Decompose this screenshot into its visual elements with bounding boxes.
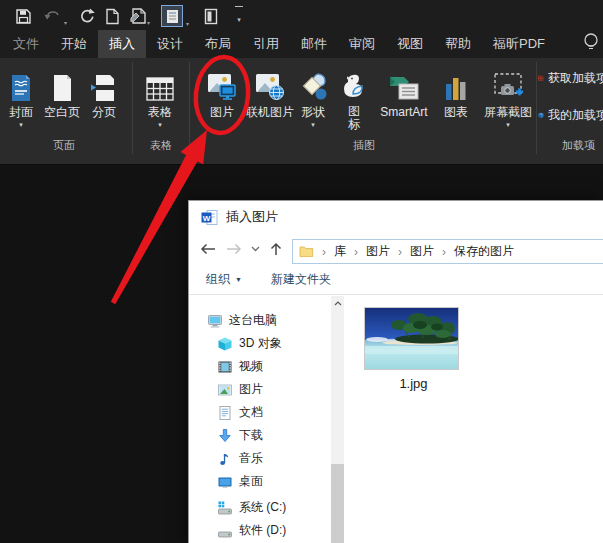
new-document-button[interactable] (101, 5, 123, 27)
screenshot-button[interactable]: 屏幕截图 ▾ (477, 60, 539, 152)
tab-foxit-pdf[interactable]: 福昕PDF (482, 30, 556, 58)
my-addins-button[interactable]: 我的加载项 (538, 106, 603, 124)
tab-mailings[interactable]: 邮件 (290, 30, 338, 58)
smartart-icon (388, 74, 420, 102)
pictures-icon (217, 382, 233, 398)
forward-button[interactable] (221, 237, 247, 261)
file-name: 1.jpg (364, 376, 463, 391)
sidebar-label: 3D 对象 (239, 335, 282, 352)
sidebar-item-software-d[interactable]: 软件 (D:) (189, 519, 331, 542)
tab-label: 邮件 (301, 35, 327, 53)
tab-file[interactable]: 文件 (2, 30, 50, 58)
tab-help[interactable]: 帮助 (434, 30, 482, 58)
document-icon (204, 8, 218, 25)
sidebar-label: 图片 (239, 381, 263, 398)
breadcrumb-pictures[interactable]: 图片 (366, 243, 390, 260)
redo-button[interactable] (76, 5, 98, 27)
sidebar-item-system-c[interactable]: 系统 (C:) (189, 496, 331, 519)
tab-label: 文件 (13, 35, 39, 53)
ribbon-tabs: 文件 开始 插入 设计 布局 引用 邮件 审阅 视图 帮助 福昕PDF (0, 30, 603, 58)
tab-insert[interactable]: 插入 (98, 30, 146, 58)
breadcrumb-libraries[interactable]: 库 (334, 243, 346, 260)
group-label-illustrations: 插图 (334, 138, 394, 152)
table-icon (145, 76, 175, 102)
scrollbar-thumb[interactable] (331, 464, 344, 543)
forward-arrow-icon (226, 243, 242, 255)
address-bar[interactable]: › 库 › 图片 › 图片 › 保存的图片 (292, 239, 603, 264)
organize-label: 组织 (206, 271, 230, 288)
online-pictures-button[interactable]: 联机图片 (244, 60, 296, 152)
downloads-icon (217, 428, 233, 444)
sidebar-item-pictures[interactable]: 图片 (189, 378, 331, 401)
group-label-pages: 页面 (34, 138, 94, 152)
draw-table-button[interactable]: ▾ (161, 5, 183, 27)
chart-button[interactable]: 图表 (437, 60, 475, 152)
dialog-navbar: › 库 › 图片 › 图片 › 保存的图片 (189, 233, 603, 265)
cube-3d-icon (217, 336, 233, 352)
chevron-down-icon (251, 246, 260, 252)
blank-page-icon (51, 74, 74, 102)
navigation-pane: 这台电脑 3D 对象 (189, 296, 331, 543)
dialog-toolbar: 组织 ▼ 新建文件夹 (189, 265, 603, 295)
up-button[interactable] (263, 237, 289, 261)
chevron-up-icon (334, 301, 342, 306)
tell-me-button[interactable] (571, 32, 603, 54)
insert-picture-button[interactable]: 图片 (197, 60, 247, 152)
breadcrumb-separator: › (346, 245, 366, 259)
computer-icon (207, 313, 223, 329)
ribbon: 封面 ▾ 空白页 分页 页面 (0, 58, 603, 165)
tab-label: 帮助 (445, 35, 471, 53)
tab-review[interactable]: 审阅 (338, 30, 386, 58)
dialog-title: 插入图片 (226, 208, 278, 226)
os-drive-icon (217, 500, 233, 516)
get-addins-icon (538, 72, 544, 85)
chart-icon (442, 74, 470, 102)
sidebar-label: 软件 (D:) (239, 522, 286, 539)
customize-qat-button[interactable]: ▾ (228, 5, 250, 27)
get-addins-button[interactable]: 获取加载项 (538, 69, 603, 87)
dialog-titlebar[interactable]: W 插入图片 (189, 201, 603, 233)
sidebar-item-music[interactable]: 音乐 (189, 447, 331, 470)
screenshot-icon (492, 72, 524, 102)
back-button[interactable] (195, 237, 221, 261)
sidebar-item-downloads[interactable]: 下载 (189, 424, 331, 447)
shapes-button[interactable]: 形状 ▾ (294, 60, 332, 152)
group-separator (189, 62, 190, 154)
sidebar-item-3d-objects[interactable]: 3D 对象 (189, 332, 331, 355)
button-label: 图片 (197, 105, 247, 119)
dropdown-caret: ▾ (138, 121, 182, 129)
new-folder-button[interactable]: 新建文件夹 (271, 271, 331, 288)
button-label: 图表 (437, 105, 475, 119)
tab-home[interactable]: 开始 (50, 30, 98, 58)
dialog-content: 这台电脑 3D 对象 (189, 296, 603, 543)
group-label-addins: 加载项 (562, 138, 603, 152)
document-button[interactable] (200, 5, 222, 27)
drive-icon (217, 523, 233, 539)
organize-button[interactable]: 组织 ▼ (206, 271, 242, 288)
tab-label: 开始 (61, 35, 87, 53)
tab-label: 视图 (397, 35, 423, 53)
button-label: 表格 (138, 105, 182, 119)
breadcrumb-pictures-2[interactable]: 图片 (410, 243, 434, 260)
my-addins-icon (538, 109, 544, 122)
file-list: 1.jpg (344, 296, 603, 543)
recent-locations-button[interactable] (247, 237, 263, 261)
tab-references[interactable]: 引用 (242, 30, 290, 58)
undo-button[interactable]: ▾ (42, 5, 64, 27)
tab-design[interactable]: 设计 (146, 30, 194, 58)
sidebar-scrollbar[interactable] (331, 296, 344, 543)
draw-table-dropdown-caret: ▾ (186, 20, 189, 27)
breadcrumb-saved-pictures[interactable]: 保存的图片 (454, 243, 514, 260)
sidebar-item-videos[interactable]: 视频 (189, 355, 331, 378)
sidebar-item-desktop[interactable]: 桌面 (189, 470, 331, 493)
documents-icon (217, 405, 233, 421)
file-item-1jpg[interactable]: 1.jpg (364, 307, 463, 391)
open-style-button[interactable]: ▾ (127, 5, 149, 27)
tab-layout[interactable]: 布局 (194, 30, 242, 58)
scrollbar-up-button[interactable] (331, 296, 344, 311)
tab-view[interactable]: 视图 (386, 30, 434, 58)
save-button[interactable] (12, 5, 34, 27)
sidebar-item-documents[interactable]: 文档 (189, 401, 331, 424)
sidebar-item-this-pc[interactable]: 这台电脑 (189, 309, 331, 332)
page-break-icon (91, 74, 117, 102)
